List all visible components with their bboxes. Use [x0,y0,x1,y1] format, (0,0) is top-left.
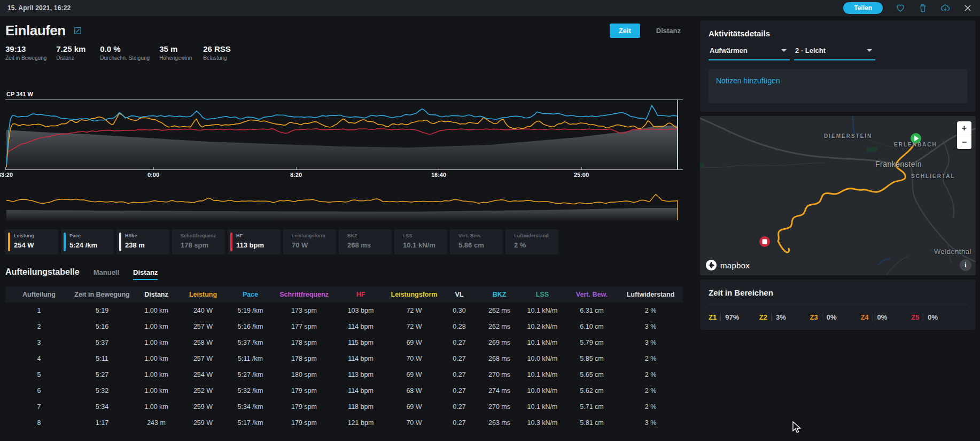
table-cell: 1.00 km [131,387,181,394]
metric-card[interactable]: HF 113 bpm [228,229,281,254]
table-cell: 177 spm [276,323,332,330]
metric-card[interactable]: LSS 10.1 kN/m [394,229,447,254]
table-row[interactable]: 75:341.00 km259 W5:34 /km179 spm118 bpm6… [5,399,683,415]
table-cell: 240 W [181,307,225,314]
column-header[interactable]: Vert. Bew. [565,291,618,298]
table-row[interactable]: 15:191.00 km240 W5:19 /km173 spm103 bpm7… [5,303,683,319]
table-cell: 5:16 /km [225,323,276,330]
table-cell: 179 spm [276,387,332,394]
close-icon[interactable] [963,3,973,13]
delete-trash-icon[interactable] [918,3,928,13]
splits-table-body: 15:191.00 km240 W5:19 /km173 spm103 bpm7… [5,303,683,431]
column-header[interactable]: VL [439,291,479,298]
table-row[interactable]: 81:17243 m259 W5:17 /km179 spm121 bpm70 … [5,415,683,431]
mini-chart[interactable] [5,190,683,221]
metric-card[interactable]: Schrittfrequenz 178 spm [172,229,225,254]
divider [709,304,967,304]
zone-value: 97% [720,313,739,321]
summary-stat: 7.25 km Distanz [56,44,90,61]
stat-label: Belastung [203,55,237,61]
column-header[interactable]: Schrittfrequenz [276,291,332,298]
table-cell: 5.85 cm [565,355,618,362]
table-cell: 113 bpm [332,371,389,378]
chevron-down-icon [867,49,872,52]
table-cell: 0.27 [439,387,479,394]
download-cloud-icon[interactable] [940,3,950,13]
table-row[interactable]: 35:371.00 km258 W5:37 /km178 spm115 bpm6… [5,335,683,351]
table-row[interactable]: 65:321.00 km252 W5:32 /km179 spm114 bpm6… [5,383,683,399]
toggle-distanz-button[interactable]: Distanz [654,24,683,38]
share-button[interactable]: Teilen [843,2,883,14]
map-info-button[interactable]: i [960,259,971,271]
main-chart[interactable] [5,100,683,169]
table-row[interactable]: 45:111.00 km257 W5:11 /km178 spm114 bpm7… [5,351,683,367]
table-cell: 10.1 kN/m [519,339,565,346]
cp-threshold-label: CP 341 W [6,91,683,97]
page-title: Einlaufen [5,22,66,39]
table-row[interactable]: 55:271.00 km254 W5:27 /km180 spm113 bpm6… [5,367,683,383]
tick-label: 0:00 [147,172,159,178]
metric-card[interactable]: BKZ 268 ms [339,229,392,254]
table-cell: 2 % [618,355,683,362]
column-header[interactable]: LSS [519,291,565,298]
stat-label: Höhengewinn [159,55,193,61]
table-cell: 114 bpm [332,355,389,362]
table-cell: 1.00 km [131,403,181,411]
table-cell: 0.27 [439,371,479,378]
activity-type-dropdown[interactable]: Aufwärmen [709,47,790,60]
route-map[interactable]: DIEMERSTEIN ERLENBACH Frankenstein SCHLI… [700,116,976,275]
column-header[interactable]: HF [332,291,389,298]
table-cell: 1.00 km [131,307,181,314]
column-header[interactable]: BKZ [479,291,519,298]
column-header[interactable]: Luftwiderstand [618,291,683,298]
intensity-dropdown[interactable]: 2 - Leicht [794,47,875,60]
table-cell: 0.27 [439,419,479,427]
column-header[interactable]: Distanz [131,291,181,298]
metric-cards: Leistung 254 W Pace 5:24 /km Höhe 238 m [5,229,683,254]
metric-card[interactable]: Pace 5:24 /km [61,229,114,254]
table-cell: 5:17 /km [225,419,276,427]
metric-value: 238 m [125,241,166,249]
notes-input[interactable]: Notizen hinzufügen [709,69,967,103]
table-cell: 3 % [618,339,683,346]
zone-value: 0% [873,313,888,321]
map-zoom-out-button[interactable]: − [957,135,971,149]
column-header[interactable]: Pace [225,291,276,298]
metric-card[interactable]: Leistungsform 70 W [283,229,336,254]
edit-title-icon[interactable] [73,26,82,35]
metric-value: 178 spm [181,241,222,249]
column-header[interactable]: Leistungsform [389,291,439,298]
activity-date: 15. April 2021, 16:22 [7,4,71,12]
toggle-zeit-button[interactable]: Zeit [610,24,640,38]
column-header[interactable]: Aufteilung [5,291,73,298]
tab-manuell[interactable]: Manuell [94,268,119,279]
table-cell: 114 bpm [332,387,389,394]
zone-label: Z3 [810,313,818,321]
zones-title: Zeit in Bereichen [709,288,967,297]
tick-mark [438,167,439,169]
table-cell: 69 W [389,403,439,411]
column-header[interactable]: Zeit in Bewegung [73,291,131,298]
activity-details-card: Aktivitätsdetails Aufwärmen 2 - Leicht N… [700,20,976,112]
stat-value: 35 m [159,44,193,53]
column-header[interactable]: Leistung [181,291,225,298]
metric-card[interactable]: Leistung 254 W [5,229,58,254]
tab-distanz[interactable]: Distanz [133,268,158,280]
x-axis-tick: 0:00 [147,167,159,178]
zone-item: Z5 0% [911,313,962,321]
map-zoom-in-button[interactable]: + [957,121,971,135]
table-row[interactable]: 25:161.00 km257 W5:16 /km177 spm114 bpm7… [5,319,683,335]
summary-stat: 26 RSS Belastung [203,44,237,61]
favorite-heart-icon[interactable] [896,3,905,13]
table-cell: 0.28 [439,323,479,330]
route-start-marker [911,133,921,144]
table-cell: 5:37 [73,339,131,346]
metric-card[interactable]: Höhe 238 m [116,229,169,254]
activity-details-title: Aktivitätsdetails [709,29,967,38]
mapbox-attribution[interactable]: mapbox [705,259,750,271]
metric-card[interactable]: Vert. Bew. 5.86 cm [450,229,503,254]
tick-mark [581,167,581,169]
metric-label: Leistung [14,233,55,238]
metric-label: LSS [403,233,444,238]
metric-card[interactable]: Luftwiderstand 2 % [505,229,558,254]
